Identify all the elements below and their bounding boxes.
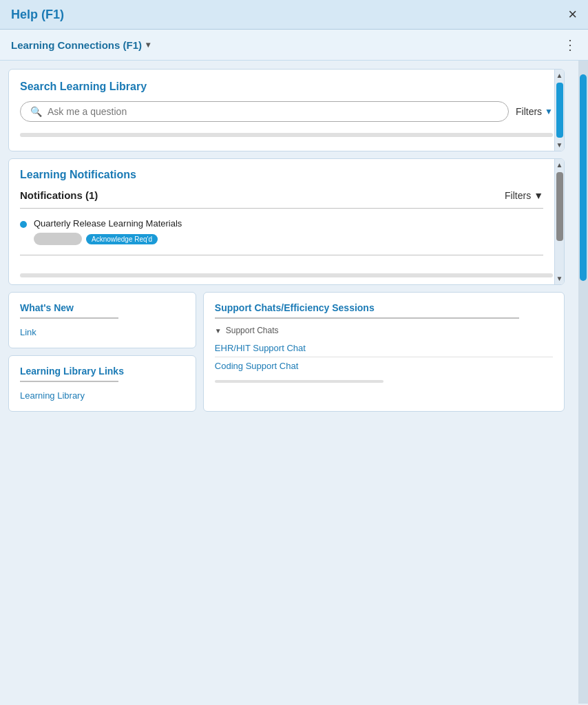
support-chats-section: ▼ Support Chats EHR/HIT Support Chat Cod… bbox=[215, 326, 553, 375]
filters-button[interactable]: Filters ▼ bbox=[516, 106, 553, 117]
support-chevron-icon: ▼ bbox=[215, 327, 222, 335]
notification-item-title[interactable]: Quarterly Release Learning Materials bbox=[34, 218, 543, 229]
notifications-scrollbar[interactable]: ▲ ▼ bbox=[554, 159, 564, 284]
library-links-divider bbox=[20, 381, 118, 382]
whats-new-card: What's New Link bbox=[8, 292, 196, 348]
header-title: Help (F1) bbox=[11, 8, 64, 22]
subheader: Learning Connections (F1) ▾ ⋮ bbox=[0, 30, 588, 61]
search-box[interactable]: 🔍 bbox=[20, 101, 509, 122]
search-input[interactable] bbox=[48, 106, 498, 117]
header: Help (F1) × bbox=[0, 0, 588, 30]
support-chats-card: Support Chats/Efficiency Sessions ▼ Supp… bbox=[203, 292, 565, 412]
notification-item: Quarterly Release Learning Materials Ack… bbox=[20, 213, 543, 251]
subheader-title-text: Learning Connections (F1) bbox=[11, 39, 142, 51]
bottom-cards: What's New Link Learning Library Links L… bbox=[8, 292, 565, 412]
support-chats-section-header[interactable]: ▼ Support Chats bbox=[215, 326, 553, 335]
library-link[interactable]: Learning Library bbox=[20, 390, 85, 401]
support-chats-divider bbox=[215, 317, 519, 319]
support-link-coding[interactable]: Coding Support Chat bbox=[215, 357, 553, 375]
support-chats-title: Support Chats/Efficiency Sessions bbox=[215, 302, 553, 313]
notifications-count-label: Notifications (1) bbox=[20, 189, 98, 201]
search-panel: Search Learning Library 🔍 Filters ▼ ▲ bbox=[8, 69, 565, 151]
filter-dropdown-icon: ▼ bbox=[545, 107, 553, 116]
notif-scroll-up-arrow[interactable]: ▲ bbox=[554, 159, 565, 171]
search-panel-title: Search Learning Library bbox=[20, 81, 553, 93]
notification-unread-dot bbox=[20, 221, 27, 228]
notif-filter-icon: ▼ bbox=[534, 190, 543, 201]
scroll-down-arrow[interactable]: ▼ bbox=[554, 139, 565, 151]
outer-scrollbar[interactable] bbox=[578, 61, 588, 704]
notif-scroll-thumb bbox=[556, 172, 563, 241]
filters-label: Filters bbox=[516, 106, 542, 117]
notifications-header-row: Notifications (1) Filters ▼ bbox=[20, 189, 543, 201]
support-link-ehr[interactable]: EHR/HIT Support Chat bbox=[215, 339, 553, 357]
notifications-filters-button[interactable]: Filters ▼ bbox=[505, 190, 543, 201]
search-row: 🔍 Filters ▼ bbox=[20, 101, 553, 122]
search-icon: 🔍 bbox=[30, 106, 42, 117]
search-panel-scrollbar[interactable]: ▲ ▼ bbox=[554, 70, 564, 151]
support-chats-section-label: Support Chats bbox=[226, 326, 279, 335]
search-panel-inner: Search Learning Library 🔍 Filters ▼ bbox=[9, 70, 564, 151]
left-bottom-cards: What's New Link Learning Library Links L… bbox=[8, 292, 196, 412]
subheader-title[interactable]: Learning Connections (F1) ▾ bbox=[11, 39, 150, 51]
search-progress-bar bbox=[20, 133, 553, 137]
whats-new-link[interactable]: Link bbox=[20, 327, 36, 337]
search-scroll-thumb bbox=[556, 83, 563, 138]
library-links-card: Learning Library Links Learning Library bbox=[8, 355, 196, 412]
library-links-title: Learning Library Links bbox=[20, 366, 185, 377]
notification-acknowledge-badge[interactable]: Acknowledge Req'd bbox=[86, 234, 158, 244]
close-button[interactable]: × bbox=[568, 7, 577, 22]
whats-new-title: What's New bbox=[20, 302, 185, 313]
chevron-down-icon: ▾ bbox=[146, 40, 150, 50]
main-content: Search Learning Library 🔍 Filters ▼ ▲ bbox=[0, 61, 588, 704]
whats-new-divider bbox=[20, 317, 118, 319]
notification-tag-gray bbox=[34, 233, 82, 245]
notifications-panel-inner: Learning Notifications Notifications (1)… bbox=[9, 159, 554, 268]
notif-scroll-down-arrow[interactable]: ▼ bbox=[554, 273, 565, 284]
notifications-divider bbox=[20, 208, 543, 209]
support-bottom-bar bbox=[215, 380, 384, 383]
notifications-bottom-bar bbox=[20, 273, 553, 277]
outer-scroll-thumb bbox=[580, 74, 587, 281]
panels-container: Search Learning Library 🔍 Filters ▼ ▲ bbox=[0, 61, 578, 704]
notifications-bottom-divider bbox=[20, 255, 543, 255]
notification-item-content: Quarterly Release Learning Materials Ack… bbox=[34, 218, 543, 245]
notifications-panel: Learning Notifications Notifications (1)… bbox=[8, 158, 565, 285]
notification-tags: Acknowledge Req'd bbox=[34, 233, 543, 245]
scroll-up-arrow[interactable]: ▲ bbox=[554, 70, 565, 81]
notif-filters-label: Filters bbox=[505, 190, 531, 201]
more-options-button[interactable]: ⋮ bbox=[563, 36, 577, 53]
notifications-panel-title: Learning Notifications bbox=[20, 169, 543, 181]
